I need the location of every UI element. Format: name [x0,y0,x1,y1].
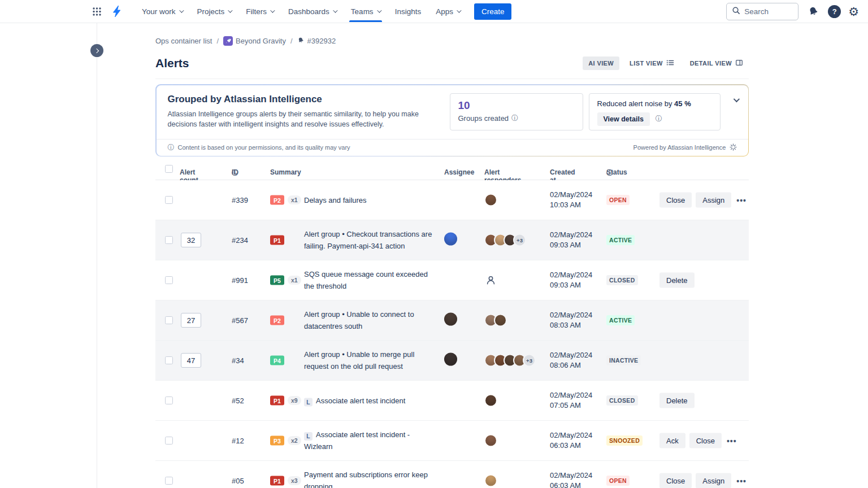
alert-summary-link[interactable]: LAssociate alert test incident - Wizlear… [304,429,439,452]
app-switcher-icon[interactable] [89,4,104,19]
table-row[interactable]: #991P5x1SQS queue message count exceeded… [155,260,749,300]
info-icon[interactable]: ⓘ [656,114,662,124]
view-tab-label: AI VIEW [588,60,614,67]
nav-item-apps[interactable]: Apps [428,2,467,21]
more-actions-button[interactable]: ••• [726,434,738,447]
alert-summary-link[interactable]: Alert group • Checkout transactions are … [304,228,439,252]
delete-button[interactable]: Delete [659,393,695,408]
help-icon[interactable]: ? [828,5,841,18]
close-button[interactable]: Close [659,193,692,208]
alert-id: #05 [232,477,244,485]
powered-by-label: Powered by Atlassian Intelligence [633,144,726,151]
view-tab-detail-view[interactable]: DETAIL VIEW [684,55,749,71]
row-checkbox[interactable] [165,276,173,284]
alert-count-box: 47 [181,353,201,368]
rocket-icon [223,36,233,46]
linked-incident-icon: L [304,432,313,441]
assign-button[interactable]: Assign [696,473,731,488]
ai-card-description: Atlassian Intelligence groups alerts by … [168,109,439,129]
nav-item-dashboards[interactable]: Dashboards [281,2,344,21]
nav-item-your-work[interactable]: Your work [134,2,190,21]
settings-gear-icon[interactable]: ⚙ [848,6,859,18]
breadcrumb-project[interactable]: Beyond Gravity [223,36,286,46]
row-checkbox[interactable] [165,437,173,445]
alert-summary-link[interactable]: Alert group • Unable to merge pull reque… [304,348,439,372]
chevron-down-icon [457,8,461,12]
ack-button[interactable]: Ack [659,433,685,448]
collapse-card-button[interactable] [734,94,738,104]
detail-icon [735,59,743,68]
table-row[interactable]: 47#34P4Alert group • Unable to merge pul… [155,341,749,381]
priority-badge: P4 [270,356,284,365]
noise-reduction-value: 45 % [674,99,691,108]
alert-summary-link[interactable]: Payment and subscriptions error keep dro… [304,469,439,488]
table-row[interactable]: 32#234P1Alert group • Checkout transacti… [155,220,749,260]
list-icon [666,59,674,68]
linked-incident-icon: L [304,398,313,407]
alert-summary-link[interactable]: LAssociate alert test incident [304,395,439,407]
row-checkbox[interactable] [165,477,173,485]
multiplier-badge: x2 [288,436,301,445]
chevron-down-icon [333,8,337,12]
chevron-right-icon [94,48,98,53]
more-actions-button[interactable]: ••• [735,474,748,487]
avatar [444,353,457,366]
breadcrumb: Ops container list / Beyond Gravity / #3… [155,23,749,46]
more-actions-button[interactable]: ••• [735,193,748,207]
table-row[interactable]: #339P2x1Delays and failures02/May/202410… [155,180,749,220]
responders-cell [484,274,497,287]
notifications-bell-icon[interactable] [806,4,821,19]
table-row[interactable]: 27#567P2Alert group • Unable to connect … [155,300,749,341]
view-tab-list-view[interactable]: LIST VIEW [624,55,680,71]
nav-item-label: Teams [351,7,374,16]
row-checkbox[interactable] [165,396,173,404]
table-row[interactable]: #12P3x2LAssociate alert test incident - … [155,421,749,461]
expand-sidebar-button[interactable] [90,44,103,57]
chevron-down-icon [377,8,381,12]
nav-item-label: Apps [436,7,453,16]
select-all-checkbox[interactable] [165,165,173,173]
info-icon: ⓘ [168,143,175,152]
priority-badge: P1 [270,396,284,406]
nav-item-insights[interactable]: Insights [388,2,429,21]
avatar [444,233,457,246]
noise-reduction-stat: Reduced alert noise by 45 % View details… [589,93,721,130]
multiplier-badge: x1 [288,195,301,204]
alert-summary-link[interactable]: SQS queue message count exceeded the thr… [304,268,439,292]
ai-card-border: Grouped by Atlassian Intelligence Atlass… [155,84,749,156]
assign-button[interactable]: Assign [696,193,731,208]
row-checkbox[interactable] [165,356,173,364]
nav-item-filters[interactable]: Filters [238,2,281,21]
close-button[interactable]: Close [659,473,692,488]
nav-item-teams[interactable]: Teams [344,2,388,21]
create-button[interactable]: Create [474,3,512,20]
view-details-button[interactable]: View details [597,112,650,126]
search-icon [732,6,740,16]
page-title: Alerts [155,56,189,70]
table-row[interactable]: #52P1x9LAssociate alert test incident02/… [155,381,749,421]
info-icon[interactable]: ⓘ [606,168,613,178]
ai-card-footer: ⓘ Content is based on your permissions, … [157,139,748,156]
alert-id: #991 [232,276,248,285]
ai-grouping-card: Grouped by Atlassian Intelligence Atlass… [157,85,748,156]
row-checkbox[interactable] [165,316,173,324]
alert-summary-link[interactable]: Alert group • Unable to connect to datac… [304,308,439,332]
nav-item-projects[interactable]: Projects [190,2,239,21]
info-icon[interactable]: ⓘ [232,168,238,178]
row-checkbox[interactable] [165,196,173,204]
priority-badge: P3 [270,436,284,446]
view-tab-ai-view[interactable]: AI VIEW [583,56,619,70]
delete-button[interactable]: Delete [659,273,695,288]
close-button[interactable]: Close [689,433,722,448]
jira-logo-icon[interactable] [110,4,124,19]
info-icon[interactable]: ⓘ [511,114,518,123]
row-checkbox[interactable] [165,236,173,244]
table-row[interactable]: #05P1x3Payment and subscriptions error k… [155,461,749,488]
breadcrumb-ops-container-list[interactable]: Ops container list [155,37,212,45]
view-switcher: AI VIEWLIST VIEWDETAIL VIEW [583,55,749,71]
row-actions: AckClose••• [659,433,744,448]
alert-summary-link[interactable]: Delays and failures [304,194,439,206]
view-tab-label: DETAIL VIEW [690,60,732,67]
search-input[interactable]: Search [726,3,798,20]
breadcrumb-alert-id[interactable]: #392932 [297,37,336,46]
